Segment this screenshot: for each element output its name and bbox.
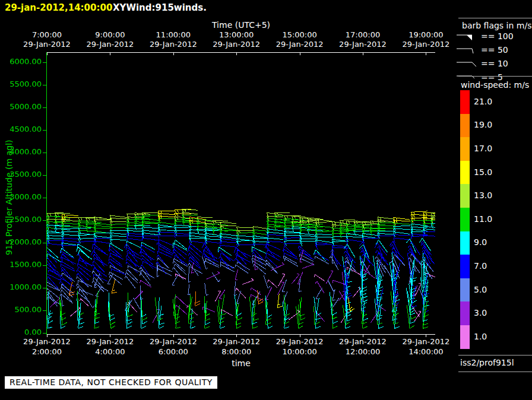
wind-barb	[110, 215, 126, 221]
wind-barb	[394, 238, 410, 243]
wind-barb	[251, 288, 261, 295]
wind-barb	[110, 230, 126, 235]
wind-barb	[189, 233, 206, 238]
bottom-axis-tick-time: 10:00:00	[267, 348, 332, 356]
wind-barb	[277, 294, 283, 308]
wind-barb	[423, 235, 440, 237]
wind-barb	[189, 297, 194, 319]
wind-barb	[110, 239, 126, 244]
colorbar-segment	[460, 325, 470, 349]
wind-barb	[284, 240, 301, 246]
wind-barb	[172, 275, 178, 285]
wind-barb	[110, 221, 126, 226]
wind-barb	[172, 267, 183, 279]
wind-barb	[173, 261, 185, 271]
separator	[458, 372, 532, 372]
wind-barb	[283, 291, 287, 303]
wind-barb	[124, 244, 136, 256]
wind-barb	[264, 276, 270, 288]
wind-barb	[235, 247, 248, 258]
wind-barb	[253, 244, 270, 246]
wind-barb	[110, 233, 126, 238]
wind-barb	[77, 269, 89, 280]
wind-barb	[91, 250, 103, 262]
wind-barb	[394, 217, 410, 223]
bottom-axis-title: time	[208, 359, 274, 368]
wind-barb	[158, 227, 175, 233]
wind-barb	[363, 301, 368, 320]
wind-barb	[158, 213, 175, 218]
wind-barb	[308, 220, 323, 226]
wind-barb	[47, 241, 64, 243]
wind-barb	[353, 287, 360, 297]
wind-profiler-window: 29-jan-2012,14:00:00 XYWind:915winds. Ti…	[0, 0, 532, 400]
wind-barb	[47, 243, 64, 246]
wind-barb	[315, 231, 332, 237]
wind-barb	[140, 280, 152, 287]
wind-barb	[315, 274, 325, 281]
wind-barb	[300, 241, 316, 246]
colorbar-tick-label: 9.0	[474, 237, 487, 247]
wind-barb	[142, 261, 156, 268]
full-tick-icon	[456, 46, 479, 54]
wind-barb	[283, 302, 290, 320]
wind-barb	[330, 250, 338, 265]
wind-barb	[48, 291, 53, 315]
wind-barb	[278, 282, 284, 295]
wind-barb	[265, 260, 277, 272]
bottom-axis-tick-time: 12:00:00	[330, 348, 395, 356]
colorbar-segment	[460, 301, 470, 325]
wind-barb	[78, 280, 92, 287]
wind-barb	[158, 265, 172, 272]
wind-barb	[315, 281, 324, 293]
barb-legend-row: == 50	[456, 45, 508, 55]
wind-barb	[267, 232, 284, 237]
wind-barb	[394, 226, 410, 231]
wind-barb	[220, 242, 236, 244]
wind-barb	[126, 247, 139, 255]
wind-barb	[142, 236, 159, 238]
wind-barb	[189, 241, 206, 243]
wind-barb	[94, 233, 110, 238]
wind-barb	[266, 287, 272, 299]
wind-barb	[282, 280, 287, 292]
wind-barb	[242, 278, 254, 284]
wind-barb	[158, 232, 175, 235]
wind-barb	[126, 255, 137, 268]
colorbar-tick-label: 21.0	[474, 97, 492, 106]
wind-barb	[378, 306, 384, 329]
wind-barb	[158, 251, 172, 258]
wind-barb	[176, 305, 188, 315]
bottom-axis-tick-time: 4:00:00	[77, 348, 142, 356]
wind-barb	[61, 254, 74, 265]
wind-barb	[205, 242, 221, 244]
wind-barb	[46, 294, 57, 306]
colorbar-segment	[460, 278, 470, 302]
wind-barb	[207, 271, 220, 279]
wind-barb	[110, 224, 126, 229]
colorbar-segment	[460, 161, 470, 185]
bottom-axis-tick-time: 2:00:00	[14, 348, 80, 356]
wind-barb	[135, 291, 143, 300]
wind-barb	[205, 233, 221, 239]
wind-barb	[79, 260, 93, 266]
wind-barb	[266, 253, 280, 261]
wind-barb	[332, 304, 338, 329]
wind-barb	[141, 245, 154, 253]
barb-legend-label: == 50	[481, 45, 508, 55]
quality-banner: REAL-TIME DATA, NOT CHECKED FOR QUALITY	[5, 376, 217, 389]
wind-barb	[127, 233, 144, 236]
wind-barb	[410, 282, 415, 300]
wind-barb	[236, 288, 246, 299]
wind-barb	[142, 238, 159, 240]
wind-barb	[394, 223, 410, 228]
wind-barb	[78, 238, 95, 243]
colorbar-tick-label: 15.0	[474, 167, 492, 177]
wind-barb	[378, 236, 394, 239]
wind-barb	[394, 232, 410, 237]
wind-barb	[326, 271, 333, 284]
wind-barb	[189, 257, 201, 268]
wind-barb	[431, 213, 446, 218]
wind-barb	[414, 311, 421, 321]
wind-barb	[300, 236, 316, 240]
